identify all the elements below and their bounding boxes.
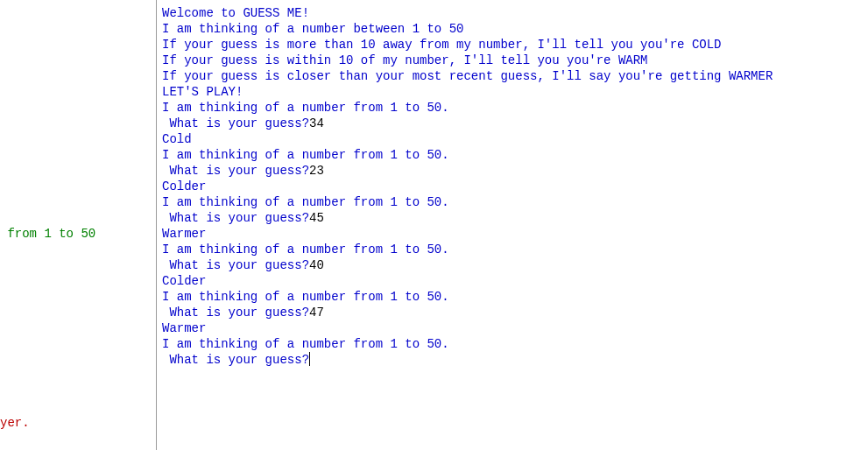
user-input: 34 [309, 116, 324, 130]
editor-gutter-strip: from 1 to 50 yer. between 1 to 50') 10 a… [0, 0, 156, 450]
console-prompt: What is your guess? [162, 306, 309, 320]
user-input: 45 [309, 211, 324, 225]
console-line: Cold [162, 132, 192, 146]
console-prompt: What is your guess? [162, 116, 309, 130]
console-prompt: What is your guess? [162, 164, 309, 178]
console-line: If your guess is within 10 of my number,… [162, 53, 648, 67]
console-line: Colder [162, 179, 206, 193]
console-line: I am thinking of a number from 1 to 50. [162, 243, 449, 257]
console-line: I am thinking of a number from 1 to 50. [162, 148, 449, 162]
console-line: I am thinking of a number from 1 to 50. [162, 195, 449, 209]
console-line: If your guess is closer than your most r… [162, 69, 773, 83]
console-prompt: What is your guess? [162, 258, 309, 272]
user-input: 40 [309, 258, 324, 272]
console-line: I am thinking of a number from 1 to 50. [162, 337, 449, 351]
workspace-split: from 1 to 50 yer. between 1 to 50') 10 a… [0, 0, 868, 450]
console-pane[interactable]: Welcome to GUESS ME! I am thinking of a … [157, 0, 868, 450]
console-line: Colder [162, 274, 206, 288]
console-line: I am thinking of a number from 1 to 50. [162, 101, 449, 115]
code-fragment: from 1 to 50 [0, 226, 156, 242]
console-line: Welcome to GUESS ME! [162, 6, 309, 20]
user-input: 47 [309, 306, 324, 320]
user-input: 23 [309, 164, 324, 178]
console-line: Warmer [162, 321, 206, 335]
text-cursor[interactable] [309, 352, 310, 366]
console-line: Warmer [162, 227, 206, 241]
code-fragment: yer. [0, 415, 156, 431]
console-line: If your guess is more than 10 away from … [162, 38, 722, 52]
console-prompt: What is your guess? [162, 211, 309, 225]
console-line: I am thinking of a number from 1 to 50. [162, 290, 449, 304]
console-prompt: What is your guess? [162, 353, 309, 367]
console-line: I am thinking of a number between 1 to 5… [162, 22, 463, 36]
console-line: LET'S PLAY! [162, 85, 243, 99]
